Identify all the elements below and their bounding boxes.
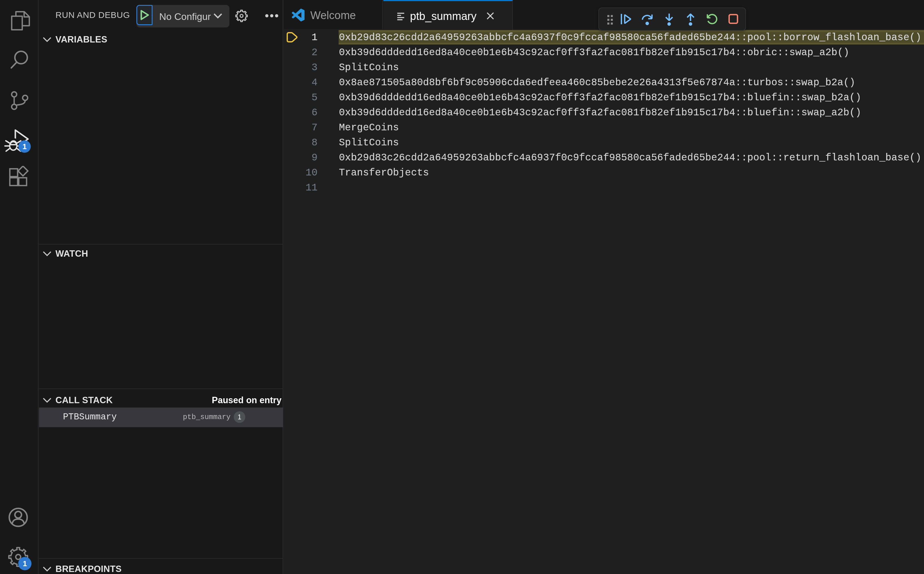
svg-text:1: 1 — [22, 142, 27, 151]
